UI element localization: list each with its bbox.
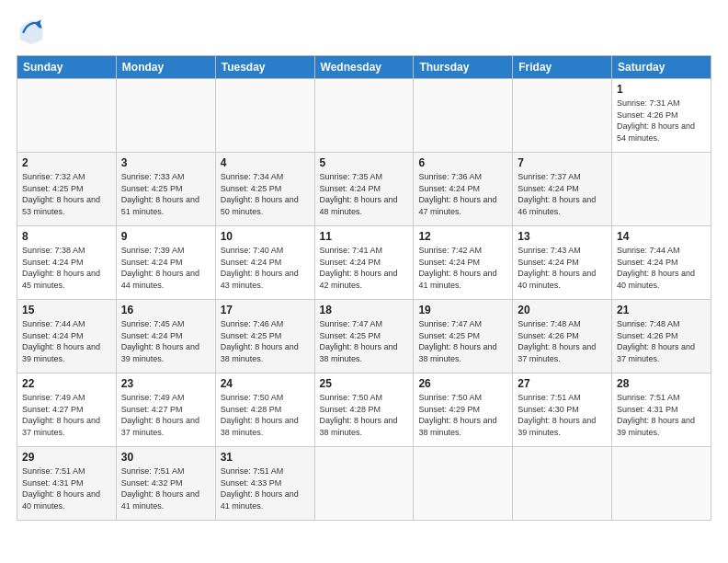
calendar-cell: 15Sunrise: 7:44 AMSunset: 4:24 PMDayligh… <box>17 300 117 373</box>
day-number: 7 <box>518 156 607 169</box>
day-info: Sunrise: 7:49 AMSunset: 4:27 PMDaylight:… <box>22 392 111 438</box>
calendar-day-header: Saturday <box>612 56 711 79</box>
day-info: Sunrise: 7:31 AMSunset: 4:26 PMDaylight:… <box>617 98 706 144</box>
day-number: 25 <box>320 377 409 390</box>
day-number: 26 <box>418 377 507 390</box>
calendar-cell: 22Sunrise: 7:49 AMSunset: 4:27 PMDayligh… <box>17 373 117 447</box>
day-info: Sunrise: 7:46 AMSunset: 4:25 PMDaylight:… <box>221 318 310 364</box>
day-info: Sunrise: 7:40 AMSunset: 4:24 PMDaylight:… <box>221 245 310 291</box>
day-number: 14 <box>617 230 706 243</box>
logo-icon <box>17 17 46 46</box>
day-info: Sunrise: 7:47 AMSunset: 4:25 PMDaylight:… <box>320 318 409 364</box>
day-info: Sunrise: 7:43 AMSunset: 4:24 PMDaylight:… <box>518 245 607 291</box>
empty-cell <box>612 153 711 226</box>
day-number: 24 <box>221 377 310 390</box>
calendar-cell: 27Sunrise: 7:51 AMSunset: 4:30 PMDayligh… <box>513 373 612 447</box>
day-number: 18 <box>320 304 409 316</box>
day-number: 23 <box>121 377 210 390</box>
calendar-cell: 10Sunrise: 7:40 AMSunset: 4:24 PMDayligh… <box>215 226 314 300</box>
calendar-cell: 5Sunrise: 7:35 AMSunset: 4:24 PMDaylight… <box>314 153 414 226</box>
day-number: 19 <box>418 304 507 316</box>
calendar-day-header: Tuesday <box>215 56 314 79</box>
day-info: Sunrise: 7:36 AMSunset: 4:24 PMDaylight:… <box>418 171 507 217</box>
empty-cell <box>314 79 414 153</box>
day-info: Sunrise: 7:48 AMSunset: 4:26 PMDaylight:… <box>617 318 706 364</box>
empty-cell <box>116 79 215 153</box>
day-number: 6 <box>418 156 507 169</box>
day-info: Sunrise: 7:48 AMSunset: 4:26 PMDaylight:… <box>518 318 607 364</box>
calendar-cell: 17Sunrise: 7:46 AMSunset: 4:25 PMDayligh… <box>215 300 314 373</box>
day-info: Sunrise: 7:44 AMSunset: 4:24 PMDaylight:… <box>22 318 111 364</box>
day-number: 16 <box>121 304 210 316</box>
day-info: Sunrise: 7:44 AMSunset: 4:24 PMDaylight:… <box>617 245 706 291</box>
day-number: 1 <box>617 83 706 96</box>
day-number: 31 <box>221 451 310 464</box>
calendar-day-header: Friday <box>513 56 612 79</box>
calendar-cell: 11Sunrise: 7:41 AMSunset: 4:24 PMDayligh… <box>314 226 414 300</box>
day-number: 8 <box>22 230 111 243</box>
calendar-cell: 25Sunrise: 7:50 AMSunset: 4:28 PMDayligh… <box>314 373 414 447</box>
calendar-cell: 16Sunrise: 7:45 AMSunset: 4:24 PMDayligh… <box>116 300 215 373</box>
day-number: 3 <box>121 156 210 169</box>
day-info: Sunrise: 7:33 AMSunset: 4:25 PMDaylight:… <box>121 171 210 217</box>
calendar-cell: 4Sunrise: 7:34 AMSunset: 4:25 PMDaylight… <box>215 153 314 226</box>
day-info: Sunrise: 7:51 AMSunset: 4:31 PMDaylight:… <box>617 392 706 438</box>
calendar-cell: 2Sunrise: 7:32 AMSunset: 4:25 PMDaylight… <box>17 153 117 226</box>
calendar-table: SundayMondayTuesdayWednesdayThursdayFrid… <box>17 55 711 521</box>
day-info: Sunrise: 7:37 AMSunset: 4:24 PMDaylight:… <box>518 171 607 217</box>
calendar-cell: 20Sunrise: 7:48 AMSunset: 4:26 PMDayligh… <box>513 300 612 373</box>
day-number: 20 <box>518 304 607 316</box>
calendar-cell: 13Sunrise: 7:43 AMSunset: 4:24 PMDayligh… <box>513 226 612 300</box>
empty-cell <box>513 447 612 521</box>
empty-cell <box>414 79 513 153</box>
day-info: Sunrise: 7:49 AMSunset: 4:27 PMDaylight:… <box>121 392 210 438</box>
calendar-cell: 1Sunrise: 7:31 AMSunset: 4:26 PMDaylight… <box>612 79 711 153</box>
calendar-cell: 7Sunrise: 7:37 AMSunset: 4:24 PMDaylight… <box>513 153 612 226</box>
day-info: Sunrise: 7:35 AMSunset: 4:24 PMDaylight:… <box>320 171 409 217</box>
day-info: Sunrise: 7:50 AMSunset: 4:28 PMDaylight:… <box>221 392 310 438</box>
empty-cell <box>414 447 513 521</box>
empty-cell <box>215 79 314 153</box>
day-number: 29 <box>22 451 111 464</box>
day-number: 13 <box>518 230 607 243</box>
day-number: 11 <box>320 230 409 243</box>
calendar-cell: 31Sunrise: 7:51 AMSunset: 4:33 PMDayligh… <box>215 447 314 521</box>
day-info: Sunrise: 7:38 AMSunset: 4:24 PMDaylight:… <box>22 245 111 291</box>
day-number: 2 <box>22 156 111 169</box>
calendar-day-header: Monday <box>116 56 215 79</box>
calendar-cell: 29Sunrise: 7:51 AMSunset: 4:31 PMDayligh… <box>17 447 117 521</box>
day-info: Sunrise: 7:50 AMSunset: 4:29 PMDaylight:… <box>418 392 507 438</box>
calendar-cell: 14Sunrise: 7:44 AMSunset: 4:24 PMDayligh… <box>612 226 711 300</box>
day-info: Sunrise: 7:51 AMSunset: 4:31 PMDaylight:… <box>22 465 111 511</box>
day-info: Sunrise: 7:51 AMSunset: 4:32 PMDaylight:… <box>121 465 210 511</box>
calendar-page: SundayMondayTuesdayWednesdayThursdayFrid… <box>0 0 728 563</box>
empty-cell <box>314 447 414 521</box>
day-info: Sunrise: 7:51 AMSunset: 4:30 PMDaylight:… <box>518 392 607 438</box>
day-info: Sunrise: 7:51 AMSunset: 4:33 PMDaylight:… <box>221 465 310 511</box>
calendar-cell: 19Sunrise: 7:47 AMSunset: 4:25 PMDayligh… <box>414 300 513 373</box>
day-number: 28 <box>617 377 706 390</box>
calendar-cell: 18Sunrise: 7:47 AMSunset: 4:25 PMDayligh… <box>314 300 414 373</box>
calendar-day-header: Thursday <box>414 56 513 79</box>
day-number: 12 <box>418 230 507 243</box>
day-info: Sunrise: 7:39 AMSunset: 4:24 PMDaylight:… <box>121 245 210 291</box>
calendar-cell: 28Sunrise: 7:51 AMSunset: 4:31 PMDayligh… <box>612 373 711 447</box>
calendar-cell: 26Sunrise: 7:50 AMSunset: 4:29 PMDayligh… <box>414 373 513 447</box>
calendar-day-header: Sunday <box>17 56 117 79</box>
calendar-cell: 12Sunrise: 7:42 AMSunset: 4:24 PMDayligh… <box>414 226 513 300</box>
day-number: 21 <box>617 304 706 316</box>
day-info: Sunrise: 7:45 AMSunset: 4:24 PMDaylight:… <box>121 318 210 364</box>
day-number: 4 <box>221 156 310 169</box>
empty-cell <box>612 447 711 521</box>
calendar-cell: 21Sunrise: 7:48 AMSunset: 4:26 PMDayligh… <box>612 300 711 373</box>
logo <box>17 17 51 46</box>
calendar-cell: 6Sunrise: 7:36 AMSunset: 4:24 PMDaylight… <box>414 153 513 226</box>
calendar-cell: 9Sunrise: 7:39 AMSunset: 4:24 PMDaylight… <box>116 226 215 300</box>
day-number: 27 <box>518 377 607 390</box>
day-number: 17 <box>221 304 310 316</box>
calendar-cell: 30Sunrise: 7:51 AMSunset: 4:32 PMDayligh… <box>116 447 215 521</box>
day-number: 30 <box>121 451 210 464</box>
empty-cell <box>513 79 612 153</box>
day-number: 22 <box>22 377 111 390</box>
day-info: Sunrise: 7:32 AMSunset: 4:25 PMDaylight:… <box>22 171 111 217</box>
